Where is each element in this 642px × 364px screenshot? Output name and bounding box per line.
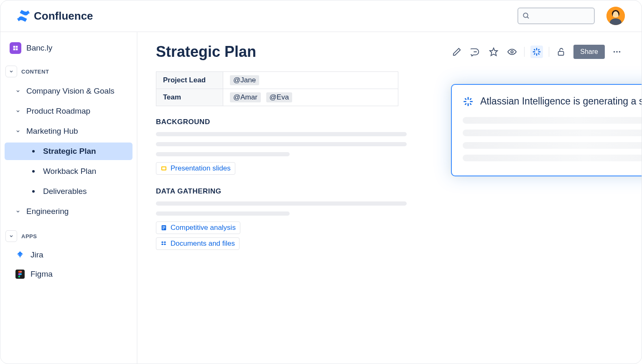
sidebar-item-label: Workback Plan — [43, 167, 96, 176]
star-icon — [489, 47, 498, 56]
svg-marker-7 — [490, 48, 497, 56]
placeholder-line — [463, 117, 642, 124]
page-icon — [160, 224, 167, 231]
sparkle-icon — [532, 47, 541, 56]
sidebar-item-marketing-hub[interactable]: Marketing Hub — [5, 122, 132, 140]
svg-line-14 — [538, 53, 540, 55]
star-button[interactable] — [487, 46, 500, 58]
content-toggle[interactable] — [5, 66, 17, 77]
svg-line-31 — [465, 98, 466, 99]
chevron-down-icon — [9, 69, 14, 74]
eye-icon — [507, 47, 517, 56]
bullet-icon — [32, 150, 35, 153]
share-button[interactable]: Share — [573, 45, 605, 59]
mention[interactable]: @Amar — [230, 92, 261, 102]
section-heading-data-gathering: DATA GATHERING — [156, 187, 623, 196]
placeholder-line — [156, 201, 407, 206]
chevron-down-icon — [15, 109, 20, 114]
pencil-icon — [452, 47, 461, 56]
svg-point-5 — [20, 273, 22, 275]
svg-line-16 — [538, 49, 540, 51]
edit-button[interactable] — [451, 46, 463, 58]
restrictions-button[interactable] — [555, 46, 568, 58]
bullet-icon — [32, 170, 35, 173]
placeholder-line — [463, 130, 642, 136]
meta-value: @Amar @Eva — [223, 89, 398, 106]
sidebar-item-company-vision[interactable]: Company Vision & Goals — [5, 82, 132, 100]
sidebar-item-engineering[interactable]: Engineering — [5, 203, 132, 220]
mention[interactable]: @Eva — [266, 92, 293, 102]
placeholder-line — [156, 132, 407, 136]
app-item-jira[interactable]: Jira — [5, 247, 132, 263]
meta-value: @Jane — [223, 72, 398, 89]
svg-line-33 — [465, 103, 466, 104]
svg-point-0 — [523, 13, 528, 18]
product-logo[interactable]: Confluence — [17, 10, 93, 23]
content-label: CONTENT — [21, 69, 49, 75]
sidebar-item-label: Deliverables — [43, 187, 87, 196]
sidebar-item-label: Strategic Plan — [43, 147, 96, 156]
link-documents-files[interactable]: Documents and files — [156, 237, 239, 250]
watch-button[interactable] — [506, 46, 518, 58]
ai-status-text: Atlassian Intelligence is generating a s… — [480, 96, 642, 107]
placeholder-line — [463, 155, 642, 161]
divider — [549, 47, 549, 57]
meta-table: Project Lead @Jane Team @Amar @Eva — [156, 71, 398, 106]
svg-rect-24 — [163, 227, 166, 227]
placeholder-line — [156, 142, 407, 146]
table-row: Team @Amar @Eva — [156, 89, 398, 106]
sidebar-item-label: Engineering — [26, 207, 69, 216]
search-input[interactable] — [517, 8, 595, 24]
chevron-down-icon — [15, 209, 20, 214]
svg-line-32 — [470, 103, 471, 104]
svg-rect-25 — [163, 227, 166, 228]
space-name: Banc.ly — [26, 43, 52, 53]
ai-button[interactable] — [530, 46, 543, 58]
svg-point-20 — [619, 51, 621, 53]
link-presentation-slides[interactable]: Presentation slides — [156, 162, 235, 175]
link-label: Presentation slides — [171, 164, 231, 173]
placeholder-line — [463, 142, 642, 149]
sidebar: Banc.ly CONTENT Company Vision & Goals P… — [0, 32, 138, 364]
apps-toggle[interactable] — [5, 230, 17, 242]
apps-label: APPS — [21, 233, 37, 239]
confluence-icon — [17, 10, 30, 22]
svg-line-34 — [470, 98, 471, 99]
placeholder-line — [156, 152, 290, 156]
app-item-label: Figma — [31, 270, 53, 279]
sidebar-subitem-strategic-plan[interactable]: Strategic Plan — [5, 143, 132, 160]
divider — [524, 47, 525, 57]
svg-rect-17 — [558, 51, 564, 55]
bullet-icon — [32, 190, 35, 193]
svg-point-8 — [511, 51, 514, 53]
sidebar-subitem-deliverables[interactable]: Deliverables — [5, 183, 132, 200]
user-avatar[interactable] — [606, 7, 625, 25]
ai-summary-panel: Atlassian Intelligence is generating a s… — [451, 84, 642, 176]
chevron-down-icon — [15, 129, 20, 134]
link-competitive-analysis[interactable]: Competitive analysis — [156, 221, 240, 234]
sidebar-subitem-workback-plan[interactable]: Workback Plan — [5, 163, 132, 180]
sparkle-icon — [463, 96, 474, 107]
content-section-header: CONTENT — [5, 64, 132, 79]
page-title: Strategic Plan — [156, 43, 256, 61]
comment-button[interactable] — [469, 46, 482, 58]
apps-section-header: APPS — [5, 229, 132, 244]
space-icon — [10, 42, 21, 54]
main-content: Strategic Plan Share Project Lead @Jane … — [138, 32, 642, 364]
more-button[interactable] — [611, 46, 623, 58]
app-item-label: Jira — [31, 250, 43, 260]
product-name: Confluence — [34, 10, 93, 23]
meta-key: Team — [156, 89, 223, 106]
sidebar-item-product-roadmap[interactable]: Product Roadmap — [5, 102, 132, 120]
app-item-figma[interactable]: Figma — [5, 266, 132, 282]
top-bar: Confluence — [0, 0, 642, 32]
link-label: Competitive analysis — [171, 224, 236, 232]
svg-line-1 — [527, 17, 529, 18]
mention[interactable]: @Jane — [230, 75, 259, 85]
svg-rect-22 — [162, 167, 166, 169]
page-actions: Share — [451, 45, 623, 59]
svg-line-13 — [534, 49, 535, 51]
space-header[interactable]: Banc.ly — [5, 40, 132, 56]
svg-point-18 — [614, 51, 615, 53]
jira-icon — [15, 250, 25, 260]
